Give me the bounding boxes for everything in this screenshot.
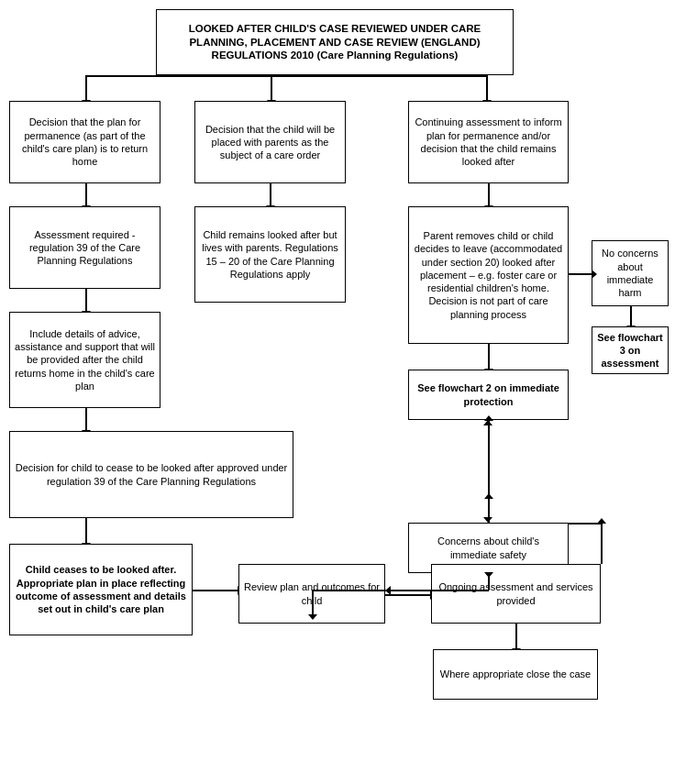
arrow-col3-r5-r6 [515, 624, 517, 649]
arrow-col2-col3-r5 [385, 594, 431, 596]
arrow-col1-col2-r5 [193, 590, 238, 591]
col3-row3-box: See flowchart 2 on immediate protection [408, 370, 569, 420]
arrow-col4-r2-r3 [630, 306, 632, 326]
col1-row5-box: Child ceases to be looked after. Appropr… [9, 544, 193, 635]
arrowhead-fc2-down [483, 517, 492, 523]
col3-row5-box: Ongoing assessment and services provided [431, 564, 601, 624]
arrow-top-hline [85, 75, 487, 77]
arrow-col3-r1-r2 [488, 183, 490, 206]
top-box: LOOKED AFTER CHILD'S CASE REVIEWED UNDER… [156, 9, 514, 75]
col3-row6-box: Where appropriate close the case [433, 649, 598, 700]
arrowhead-fc2-up [483, 420, 492, 425]
arrow-fc2-concerns-down [488, 420, 490, 523]
arrow-col1-r3-r4 [85, 408, 87, 431]
col1-row3-box: Include details of advice, assistance an… [9, 312, 160, 408]
col4-row3-box: See flowchart 3 on assessment [592, 326, 669, 374]
arrow-col1-r2-r3 [85, 289, 87, 312]
arrow-col1-r1-r2 [85, 183, 87, 206]
arrow-concerns-to-h [312, 590, 489, 591]
col3-row2-box: Parent removes child or child decides to… [408, 206, 569, 344]
arrow-concerns-down-v [488, 573, 490, 590]
arrow-top-col2 [271, 75, 272, 101]
arrow-col3-col4 [569, 273, 592, 275]
col2-row1-box: Decision that the child will be placed w… [194, 101, 346, 183]
arrow-top-col3 [486, 75, 488, 101]
flowchart: LOOKED AFTER CHILD'S CASE REVIEWED UNDER… [0, 0, 675, 784]
col3-row1-box: Continuing assessment to inform plan for… [408, 101, 569, 183]
arrow-to-col2-r5 [312, 590, 314, 615]
arrow-col2-r1-r2 [270, 183, 271, 206]
col1-row1-box: Decision that the plan for permanence (a… [9, 101, 160, 183]
arrow-col1-r4-r5 [85, 518, 87, 544]
arrow-ongoing-up-h [569, 523, 602, 525]
col1-row2-box: Assessment required - regulation 39 of t… [9, 206, 160, 289]
col1-row4-box: Decision for child to cease to be looked… [9, 431, 293, 518]
arrow-ongoing-up [601, 523, 603, 564]
arrow-top-col1 [85, 75, 87, 101]
col2-row2-box: Child remains looked after but lives wit… [194, 206, 346, 303]
arrow-col3-r2-r3 [488, 344, 490, 370]
col4-row2-box: No concerns about immediate harm [592, 240, 669, 306]
